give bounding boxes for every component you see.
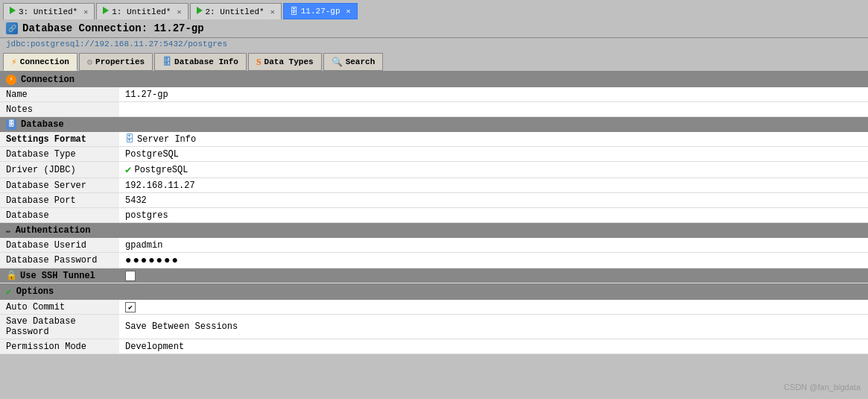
nav-tab-data-types[interactable]: S Data Types <box>248 53 322 71</box>
driver-jdbc-row: Driver (JDBC) ✔ PostgreSQL <box>0 162 868 178</box>
nav-tab-data-types-label: Data Types <box>264 57 314 66</box>
auth-icon: ✏️ <box>6 226 11 236</box>
tab-icon-blue: 🗄 <box>290 7 298 16</box>
save-password-row: Save Database Password Save Between Sess… <box>0 315 868 339</box>
nav-tab-search[interactable]: 🔍 Search <box>323 53 384 71</box>
auto-commit-label: Auto Commit <box>0 300 119 314</box>
database-type-label: Database Type <box>0 147 119 161</box>
tab-close-4[interactable]: ✕ <box>346 7 351 16</box>
database-section-icon: 🗄 <box>6 119 16 130</box>
window-title: Database Connection: 11.27-gp <box>22 22 204 34</box>
connection-section-title: Connection <box>21 75 75 85</box>
database-server-label: Database Server <box>0 178 119 192</box>
database-section-header: 🗄 Database <box>0 117 868 132</box>
tab-icon-green3 <box>197 7 203 16</box>
database-value: postgres <box>119 208 868 222</box>
tab-label-1: 3: Untitled* <box>19 7 77 16</box>
notes-label: Notes <box>0 102 119 116</box>
database-type-row: Database Type PostgreSQL <box>0 147 868 162</box>
tab-close-3[interactable]: ✕ <box>270 7 275 16</box>
tab-icon-green2 <box>103 7 109 16</box>
auth-section-header: ✏️ Authentication <box>0 223 868 238</box>
tab-close-1[interactable]: ✕ <box>83 7 88 16</box>
name-row: Name 11.27-gp <box>0 87 868 102</box>
database-port-label: Database Port <box>0 193 119 207</box>
settings-format-row: Settings Format 🗄 Server Info <box>0 132 868 147</box>
connection-icon: ⚡ <box>11 56 17 68</box>
data-types-icon: S <box>256 57 262 68</box>
notes-row: Notes <box>0 102 868 117</box>
connection-section-icon: ⚡ <box>6 75 16 85</box>
database-port-row: Database Port 5432 <box>0 193 868 208</box>
name-label: Name <box>0 87 119 101</box>
database-row: Database postgres <box>0 208 868 223</box>
userid-label: Database Userid <box>0 238 119 252</box>
tab-label-4: 11.27-gp <box>301 7 340 16</box>
password-dots: ●●●●●●● <box>125 254 180 266</box>
ssh-tunnel-value <box>119 268 868 283</box>
ssh-tunnel-checkbox[interactable] <box>125 271 136 281</box>
database-port-value: 5432 <box>119 193 868 207</box>
auto-commit-checkbox[interactable]: ✔ <box>125 302 136 312</box>
tab-bar: 3: Untitled* ✕ 1: Untitled* ✕ 2: Untitle… <box>0 0 868 19</box>
database-server-row: Database Server 192.168.11.27 <box>0 178 868 193</box>
permission-mode-label: Permission Mode <box>0 339 119 354</box>
search-icon: 🔍 <box>332 57 343 68</box>
driver-jdbc-label: Driver (JDBC) <box>0 162 119 177</box>
nav-tab-database-info-label: Database Info <box>174 57 238 66</box>
database-section-title: Database <box>21 119 64 130</box>
notes-value <box>119 102 868 116</box>
nav-tab-connection[interactable]: ⚡ Connection <box>3 53 77 71</box>
database-label: Database <box>0 208 119 222</box>
ssh-tunnel-row: 🔒 Use SSH Tunnel <box>0 268 868 283</box>
save-password-value: Save Between Sessions <box>119 315 868 339</box>
options-section-header: ✔ Options <box>0 283 868 300</box>
settings-format-value: 🗄 Server Info <box>119 132 868 146</box>
tab-label-2: 1: Untitled* <box>112 7 171 16</box>
nav-tab-properties[interactable]: ⚙ Properties <box>79 53 153 71</box>
userid-row: Database Userid gpadmin <box>0 238 868 253</box>
properties-icon: ⚙ <box>87 57 92 68</box>
connection-section-header: ⚡ Connection <box>0 72 868 87</box>
driver-check-icon: ✔ <box>125 163 131 176</box>
database-server-value: 192.168.11.27 <box>119 178 868 192</box>
watermark: CSDN @fan_bigdata <box>784 383 861 392</box>
nav-tabs: ⚡ Connection ⚙ Properties 🗄 Database Inf… <box>0 51 868 72</box>
database-type-value: PostgreSQL <box>119 147 868 161</box>
userid-value: gpadmin <box>119 238 868 252</box>
driver-jdbc-value: ✔ PostgreSQL <box>119 162 868 177</box>
permission-mode-row: Permission Mode Development <box>0 339 868 354</box>
ssh-icon: 🔒 <box>6 270 17 281</box>
nav-tab-properties-label: Properties <box>95 57 145 66</box>
database-info-icon: 🗄 <box>162 57 171 68</box>
settings-format-label: Settings Format <box>0 132 119 146</box>
password-label: Database Password <box>0 253 119 268</box>
options-icon: ✔ <box>6 286 12 298</box>
window-header: 🔗 Database Connection: 11.27-gp <box>0 19 868 38</box>
tab-label-3: 2: Untitled* <box>206 7 264 16</box>
options-section-title: Options <box>16 286 54 297</box>
tab-close-2[interactable]: ✕ <box>177 7 181 16</box>
save-password-label: Save Database Password <box>0 315 119 339</box>
auto-commit-row: Auto Commit ✔ <box>0 300 868 315</box>
tab-11-27-gp[interactable]: 🗄 11.27-gp ✕ <box>283 3 358 19</box>
password-value: ●●●●●●● <box>119 253 868 268</box>
auto-commit-value: ✔ <box>119 300 868 314</box>
nav-tab-connection-label: Connection <box>20 57 69 66</box>
ssh-tunnel-label: 🔒 Use SSH Tunnel <box>0 268 119 283</box>
content-area: ⚡ Connection Name 11.27-gp Notes 🗄 Datab… <box>0 72 868 354</box>
nav-tab-search-label: Search <box>346 57 376 66</box>
auth-section-title: Authentication <box>16 225 91 236</box>
tab-2-untitled[interactable]: 2: Untitled* ✕ <box>190 3 282 19</box>
tab-1-untitled[interactable]: 1: Untitled* ✕ <box>96 3 188 19</box>
permission-mode-value: Development <box>119 339 868 354</box>
tab-icon-green1 <box>10 7 16 16</box>
window-icon: 🔗 <box>6 22 18 34</box>
password-row: Database Password ●●●●●●● <box>0 253 868 268</box>
tab-3-untitled[interactable]: 3: Untitled* ✕ <box>3 3 95 19</box>
nav-tab-database-info[interactable]: 🗄 Database Info <box>154 53 247 71</box>
name-value: 11.27-gp <box>119 87 868 101</box>
server-info-icon: 🗄 <box>125 133 134 145</box>
window-subtitle: jdbc:postgresql://192.168.11.27:5432/pos… <box>0 38 868 51</box>
